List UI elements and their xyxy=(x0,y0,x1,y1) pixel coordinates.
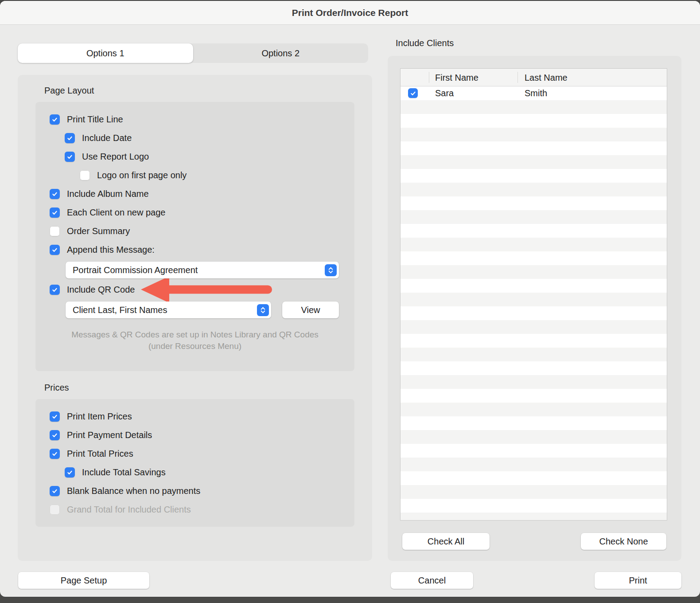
view-button[interactable]: View xyxy=(282,302,339,318)
checkbox-use-report-logo[interactable] xyxy=(65,152,75,162)
checkbox-row-print-total-prices: Print Total Prices xyxy=(35,444,354,463)
checkbox-print-item-prices[interactable] xyxy=(50,411,60,422)
options-tabs: Options 1 Options 2 xyxy=(18,43,368,63)
tab-options-2-label: Options 2 xyxy=(261,48,299,59)
options-panel: Page Layout Print Title LineInclude Date… xyxy=(18,75,372,561)
checkbox-row-include-album-name: Include Album Name xyxy=(35,184,354,203)
check-icon xyxy=(66,153,73,160)
checkbox-print-payment-details[interactable] xyxy=(50,430,60,440)
check-icon xyxy=(66,135,73,141)
tab-options-1-label: Options 1 xyxy=(86,48,124,59)
checkbox-row-each-client-on-new-page: Each Client on new page xyxy=(35,203,354,222)
checkbox-label-print-title-line: Print Title Line xyxy=(67,114,123,125)
print-label: Print xyxy=(629,576,647,586)
check-icon xyxy=(51,286,58,293)
checkbox-label-print-total-prices: Print Total Prices xyxy=(67,449,133,459)
message-select-value: Portrait Commission Agreement xyxy=(73,265,198,275)
dialog-title: Print Order/Invoice Report xyxy=(292,8,408,18)
check-icon xyxy=(51,191,58,197)
clients-table-header: First Name Last Name xyxy=(401,69,667,86)
checkbox-row-order-summary: Order Summary xyxy=(35,222,354,240)
checkbox-row-print-title-line: Print Title Line xyxy=(35,110,354,129)
title-bar: Print Order/Invoice Report xyxy=(0,1,700,25)
checkbox-each-client-on-new-page[interactable] xyxy=(50,208,60,218)
checkbox-include-qr-code[interactable] xyxy=(50,285,60,295)
checkbox-blank-balance-when-no-payments[interactable] xyxy=(50,486,60,496)
checkbox-label-logo-on-first-page-only: Logo on first page only xyxy=(97,170,187,180)
checkbox-row-use-report-logo: Use Report Logo xyxy=(35,147,354,166)
checkbox-label-append-this-message: Append this Message: xyxy=(67,245,155,255)
check-icon xyxy=(51,488,58,494)
checkbox-logo-on-first-page-only[interactable] xyxy=(80,170,90,180)
checkbox-order-summary[interactable] xyxy=(50,226,60,236)
page-layout-section-title: Page Layout xyxy=(18,75,372,96)
check-icon xyxy=(51,116,58,123)
check-none-label: Check None xyxy=(599,536,648,547)
checkbox-grand-total-for-included-clients xyxy=(50,505,60,515)
prices-groupbox: Print Item PricesPrint Payment DetailsPr… xyxy=(35,399,354,527)
check-icon xyxy=(51,247,58,253)
checkbox-label-each-client-on-new-page: Each Client on new page xyxy=(67,208,165,218)
popup-stepper-icon[interactable] xyxy=(325,264,337,276)
checkbox-row-blank-balance-when-no-payments: Blank Balance when no payments xyxy=(35,482,354,500)
checkbox-print-title-line[interactable] xyxy=(50,114,60,125)
qr-code-select-row: Client Last, First NamesView xyxy=(66,302,354,318)
checkbox-label-order-summary: Order Summary xyxy=(67,226,130,236)
check-none-button[interactable]: Check None xyxy=(581,533,666,550)
check-icon xyxy=(51,413,58,420)
checkbox-label-print-item-prices: Print Item Prices xyxy=(67,411,132,422)
checkbox-include-album-name[interactable] xyxy=(50,189,60,199)
include-clients-title: Include Clients xyxy=(396,38,454,48)
check-icon xyxy=(51,209,58,216)
qr-code-select[interactable]: Client Last, First Names xyxy=(66,302,271,318)
qr-code-select-value: Client Last, First Names xyxy=(73,305,167,315)
checkbox-row-grand-total-for-included-clients: Grand Total for Included Clients xyxy=(35,500,354,519)
print-button[interactable]: Print xyxy=(595,572,681,589)
page-layout-groupbox: Print Title LineInclude DateUse Report L… xyxy=(35,102,354,371)
cancel-label: Cancel xyxy=(418,576,446,586)
checkbox-label-print-payment-details: Print Payment Details xyxy=(67,430,152,440)
cancel-button[interactable]: Cancel xyxy=(391,572,473,589)
checkbox-label-grand-total-for-included-clients: Grand Total for Included Clients xyxy=(67,505,191,515)
checkbox-row-append-this-message: Append this Message: xyxy=(35,240,354,259)
column-divider xyxy=(517,72,518,83)
client-last-name: Smith xyxy=(525,86,547,100)
check-icon xyxy=(51,432,58,439)
popup-stepper-icon[interactable] xyxy=(257,304,269,316)
page-setup-label: Page Setup xyxy=(61,576,107,586)
checkbox-row-print-item-prices: Print Item Prices xyxy=(35,407,354,426)
checkbox-row-include-total-savings: Include Total Savings xyxy=(35,463,354,482)
check-all-button[interactable]: Check All xyxy=(402,533,490,550)
checkbox-include-total-savings[interactable] xyxy=(65,467,75,478)
check-icon xyxy=(66,469,73,476)
chevron-up-down-icon xyxy=(259,306,267,314)
checkbox-row-include-qr-code: Include QR Code xyxy=(35,280,354,299)
tab-options-2[interactable]: Options 2 xyxy=(193,43,369,63)
checkbox-include-date[interactable] xyxy=(65,133,75,143)
message-select[interactable]: Portrait Commission Agreement xyxy=(66,262,339,278)
column-header-first-name[interactable]: First Name xyxy=(435,69,478,86)
tab-options-1[interactable]: Options 1 xyxy=(18,43,193,63)
checkbox-append-this-message[interactable] xyxy=(50,245,60,255)
checkbox-label-include-total-savings: Include Total Savings xyxy=(82,467,166,478)
client-first-name: Sara xyxy=(435,86,454,100)
checkbox-label-include-album-name: Include Album Name xyxy=(67,189,149,199)
chevron-up-down-icon xyxy=(327,266,335,274)
client-checkbox-sara-smith[interactable] xyxy=(408,88,418,98)
client-row-sara-smith[interactable]: SaraSmith xyxy=(401,86,667,100)
red-arrow-icon xyxy=(141,276,273,303)
checkbox-label-include-date: Include Date xyxy=(82,133,132,143)
qr-setup-note: Messages & QR Codes are set up in Notes … xyxy=(71,329,319,352)
page-setup-button[interactable]: Page Setup xyxy=(18,572,149,589)
checkbox-label-blank-balance-when-no-payments: Blank Balance when no payments xyxy=(67,486,200,496)
checkbox-print-total-prices[interactable] xyxy=(50,449,60,459)
checkbox-row-logo-on-first-page-only: Logo on first page only xyxy=(35,166,354,184)
column-header-last-name[interactable]: Last Name xyxy=(525,69,568,86)
check-icon xyxy=(410,90,416,97)
checkbox-row-include-date: Include Date xyxy=(35,129,354,147)
clients-table: First Name Last Name SaraSmith xyxy=(400,68,667,521)
print-order-invoice-dialog: Print Order/Invoice Report Options 1 Opt… xyxy=(0,1,700,597)
check-icon xyxy=(51,450,58,457)
checkbox-row-print-payment-details: Print Payment Details xyxy=(35,426,354,444)
check-all-label: Check All xyxy=(428,536,464,547)
